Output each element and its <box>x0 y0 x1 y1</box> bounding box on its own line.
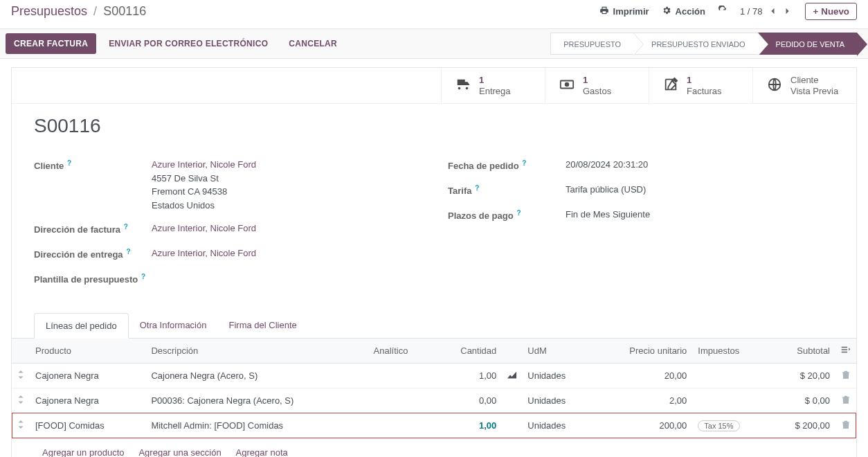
help-icon[interactable]: ? <box>65 159 71 167</box>
add-note-link[interactable]: Agregar nota <box>236 447 288 457</box>
cell-qty[interactable]: 1,00 <box>434 363 502 388</box>
send-email-button[interactable]: ENVIAR POR CORREO ELECTRÓNICO <box>100 33 276 54</box>
th-description: Descripción <box>145 339 368 364</box>
cell-qty[interactable]: 1,00 <box>434 413 502 438</box>
gear-icon <box>662 6 671 17</box>
delete-row-icon[interactable] <box>835 388 856 413</box>
stat-delivery-label: Entrega <box>479 86 511 97</box>
label-payment-terms: Plazos de pago ? <box>448 208 566 223</box>
stat-invoices[interactable]: 1 Facturas <box>649 68 752 103</box>
cell-product[interactable]: Cajonera Negra <box>30 363 145 388</box>
delete-row-icon[interactable] <box>835 363 856 388</box>
value-pricelist[interactable]: Tarifa pública (USD) <box>566 183 834 197</box>
cell-tax[interactable] <box>692 388 768 413</box>
th-price: Precio unitario <box>593 339 692 364</box>
help-icon[interactable]: ? <box>139 273 145 280</box>
money-icon <box>559 77 575 94</box>
new-label: Nuevo <box>821 6 849 17</box>
reload-icon <box>718 6 727 17</box>
value-delivery-addr[interactable]: Azure Interior, Nicole Ford <box>152 247 420 260</box>
cell-uom[interactable]: Unidades <box>522 388 593 413</box>
truck-icon <box>455 77 471 94</box>
value-customer[interactable]: Azure Interior, Nicole Ford 4557 De Silv… <box>152 158 420 212</box>
th-uom: UdM <box>522 339 593 364</box>
stat-preview-top: Cliente <box>790 75 838 86</box>
label-template: Plantilla de presupuesto ? <box>34 271 152 287</box>
print-icon <box>599 6 609 17</box>
stat-invoices-label: Facturas <box>687 86 722 97</box>
cell-desc[interactable]: Mitchell Admin: [FOOD] Comidas <box>145 413 368 438</box>
help-icon[interactable]: ? <box>122 223 128 231</box>
cell-uom[interactable]: Unidades <box>522 363 593 388</box>
cell-tax[interactable]: Tax 15% <box>692 413 768 438</box>
value-payment-terms[interactable]: Fin de Mes Siguiente <box>566 208 834 222</box>
label-delivery-addr: Dirección de entrega ? <box>34 247 152 262</box>
pager-next[interactable] <box>783 6 793 17</box>
label-order-date: Fecha de pedido ? <box>448 158 566 173</box>
cell-tax[interactable] <box>692 363 768 388</box>
help-icon[interactable]: ? <box>521 159 527 167</box>
help-icon[interactable]: ? <box>515 209 521 217</box>
th-analytic: Analítico <box>368 339 434 364</box>
value-order-date[interactable]: 20/08/2024 20:31:20 <box>566 158 834 172</box>
cell-product[interactable]: Cajonera Negra <box>30 388 145 413</box>
delete-row-icon[interactable] <box>835 413 856 438</box>
cell-desc[interactable]: P00036: Cajonera Negra (Acero, S) <box>145 388 368 413</box>
cell-analytic[interactable] <box>368 388 434 413</box>
stat-preview[interactable]: Cliente Vista Previa <box>752 68 856 103</box>
print-button[interactable]: Imprimir <box>599 6 649 17</box>
add-section-link[interactable]: Agregar una sección <box>138 447 221 457</box>
cell-uom[interactable]: Unidades <box>522 413 593 438</box>
new-button[interactable]: + Nuevo <box>805 3 857 20</box>
action-label: Acción <box>676 6 705 17</box>
stat-expenses-count: 1 <box>583 75 611 86</box>
th-product: Producto <box>30 339 145 364</box>
forecast-icon[interactable] <box>502 363 522 388</box>
value-invoice-addr[interactable]: Azure Interior, Nicole Ford <box>152 222 420 235</box>
pager: 1 / 78 <box>740 6 793 17</box>
breadcrumb: Presupuestos / S00116 <box>11 4 146 19</box>
action-button[interactable]: Acción <box>662 6 705 17</box>
stat-invoices-count: 1 <box>687 75 722 86</box>
status-step-quote[interactable]: PRESUPUESTO <box>550 33 633 55</box>
drag-handle-icon[interactable] <box>12 413 30 438</box>
pencil-square-icon <box>663 77 678 94</box>
cell-price[interactable]: 200,00 <box>593 413 692 438</box>
table-row[interactable]: Cajonera Negra Cajonera Negra (Acero, S)… <box>12 363 856 388</box>
cell-qty[interactable]: 0,00 <box>434 388 502 413</box>
stat-expenses[interactable]: 1 Gastos <box>545 68 649 103</box>
tab-signature[interactable]: Firma del Cliente <box>217 313 307 339</box>
drag-handle-icon[interactable] <box>12 388 30 413</box>
stat-delivery-count: 1 <box>479 75 511 86</box>
cell-analytic[interactable] <box>368 413 434 438</box>
status-step-order[interactable]: PEDIDO DE VENTA <box>758 33 857 55</box>
help-icon[interactable]: ? <box>473 184 479 192</box>
create-invoice-button[interactable]: CREAR FACTURA <box>6 33 96 54</box>
table-row[interactable]: [FOOD] Comidas Mitchell Admin: [FOOD] Co… <box>12 413 856 438</box>
stat-delivery[interactable]: 1 Entrega <box>441 68 545 103</box>
cell-price[interactable]: 2,00 <box>593 388 692 413</box>
th-options[interactable] <box>835 339 856 364</box>
cell-product[interactable]: [FOOD] Comidas <box>30 413 145 438</box>
tab-other-info[interactable]: Otra Información <box>129 313 218 339</box>
breadcrumb-current: S00116 <box>103 4 146 18</box>
reload-button[interactable] <box>718 6 727 17</box>
tab-order-lines[interactable]: Líneas del pedido <box>34 313 129 339</box>
cell-price[interactable]: 20,00 <box>593 363 692 388</box>
svg-point-1 <box>566 83 569 87</box>
print-label: Imprimir <box>613 6 649 17</box>
label-invoice-addr: Dirección de factura ? <box>34 222 152 237</box>
cell-subtotal: $ 0,00 <box>769 388 835 413</box>
cell-analytic[interactable] <box>368 363 434 388</box>
th-subtotal: Subtotal <box>769 339 835 364</box>
table-row[interactable]: Cajonera Negra P00036: Cajonera Negra (A… <box>12 388 856 413</box>
stat-expenses-label: Gastos <box>583 86 611 97</box>
pager-prev[interactable] <box>768 6 777 17</box>
status-step-sent[interactable]: PRESUPUESTO ENVIADO <box>633 33 758 55</box>
cancel-button[interactable]: CANCELAR <box>280 33 345 54</box>
help-icon[interactable]: ? <box>125 248 131 256</box>
add-product-link[interactable]: Agregar un producto <box>42 447 125 457</box>
drag-handle-icon[interactable] <box>12 363 30 388</box>
cell-desc[interactable]: Cajonera Negra (Acero, S) <box>145 363 368 388</box>
breadcrumb-parent[interactable]: Presupuestos <box>11 4 87 18</box>
